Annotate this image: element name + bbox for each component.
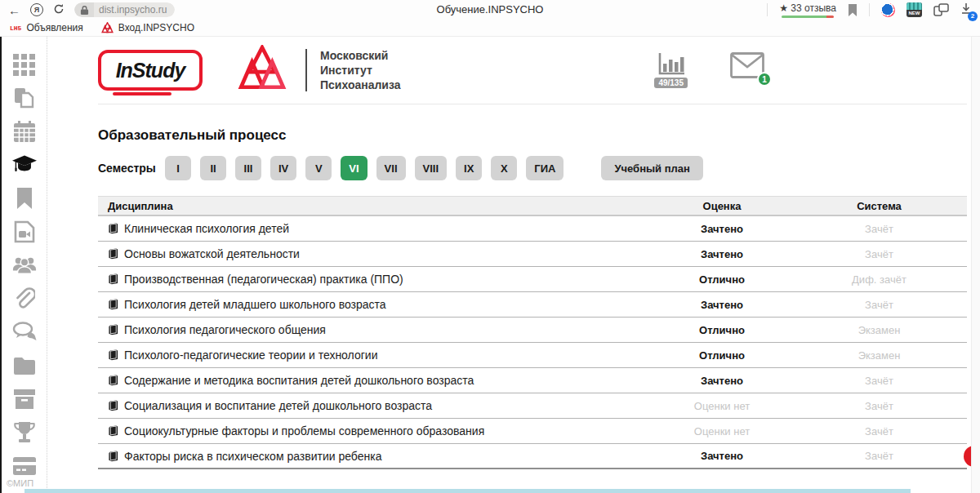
sidebar-documents-icon[interactable] xyxy=(12,87,37,109)
semester-tab-VIII[interactable]: VIII xyxy=(415,156,448,180)
sidebar-messages-icon[interactable] xyxy=(12,321,37,344)
discipline-name: Социокультурные факторы и проблемы совре… xyxy=(124,424,484,437)
discipline-name: Производственная (педагогическая) практи… xyxy=(124,273,403,286)
semester-tab-ГИА[interactable]: ГИА xyxy=(526,156,564,180)
table-row[interactable]: Производственная (педагогическая) практи… xyxy=(98,267,967,292)
page-title: Образовательный процесс xyxy=(98,127,967,144)
sidebar-calendar-icon[interactable] xyxy=(12,120,37,143)
discipline-name: Психология педагогического общения xyxy=(124,323,326,336)
book-icon xyxy=(108,400,118,411)
table-row[interactable]: Психология детей младшего школьного возр… xyxy=(98,292,967,318)
discipline-name: Социализация и воспитание детей дошкольн… xyxy=(124,399,432,412)
mail-unread-badge: 1 xyxy=(757,72,772,87)
extension-round-icon[interactable] xyxy=(881,3,895,17)
bookmark-label: Вход.INPSYCHO xyxy=(118,22,194,33)
sidebar-awards-icon[interactable] xyxy=(12,421,37,444)
lock-icon[interactable] xyxy=(74,2,94,17)
discipline-name: Психолого-педагогические теории и технол… xyxy=(124,349,377,362)
column-header-system: Система xyxy=(791,200,967,212)
extension-new-icon[interactable]: NEW xyxy=(906,2,922,17)
grade-value: Отлично xyxy=(653,324,791,336)
grade-value: Оценки нет xyxy=(653,400,791,412)
table-header-row: Дисциплина Оценка Система xyxy=(98,196,967,216)
logo-divider xyxy=(305,49,307,91)
downloads-button[interactable]: 2 xyxy=(960,2,972,18)
bookmark-item-ads[interactable]: LH5 Объявления xyxy=(10,22,83,33)
system-value: Зачёт xyxy=(791,375,967,387)
semester-tab-I[interactable]: I xyxy=(165,156,191,180)
semester-tab-III[interactable]: III xyxy=(235,156,261,180)
semester-tab-VII[interactable]: VII xyxy=(376,156,406,180)
grade-value: Зачтено xyxy=(653,450,791,462)
table-row[interactable]: Социокультурные факторы и проблемы совре… xyxy=(98,419,967,444)
discipline-name: Содержание и методика воспитания детей д… xyxy=(124,374,474,387)
semester-tab-IX[interactable]: IX xyxy=(456,156,482,180)
grade-value: Зачтено xyxy=(653,299,791,311)
column-header-discipline: Дисциплина xyxy=(98,200,653,212)
reviews-rating-bar xyxy=(782,16,834,18)
reload-button[interactable] xyxy=(53,3,65,16)
sidebar-folder-icon[interactable] xyxy=(12,354,37,377)
toolbar-separator xyxy=(767,3,768,16)
site-reviews-button[interactable]: ★ 33 отзыва xyxy=(779,2,836,18)
back-button[interactable]: ← xyxy=(8,4,20,16)
yandex-button[interactable]: Я xyxy=(30,3,43,16)
app-window: ©МИП InStudy Московский Институт Психоан… xyxy=(0,37,980,493)
grade-value: Зачтено xyxy=(653,375,791,387)
table-row[interactable]: Психолого-педагогические теории и технол… xyxy=(98,343,967,368)
table-row[interactable]: Психология педагогического общения Отлич… xyxy=(98,318,967,343)
bookmark-flag-icon[interactable] xyxy=(848,4,858,16)
institute-line: Институт xyxy=(320,63,401,78)
sidebar-dashboard-grid-icon[interactable] xyxy=(12,53,37,76)
address-bar[interactable]: dist.inpsycho.ru xyxy=(74,2,175,17)
sidebar-education-icon[interactable] xyxy=(12,153,37,176)
sidebar-archive-icon[interactable] xyxy=(12,388,37,411)
sidebar-attachments-icon[interactable] xyxy=(12,287,37,310)
discipline-name: Факторы риска в психическом развитии реб… xyxy=(124,450,381,463)
book-icon xyxy=(108,223,118,234)
table-row[interactable]: Содержание и методика воспитания детей д… xyxy=(98,368,967,393)
grade-value: Зачтено xyxy=(653,248,791,260)
table-row[interactable]: Социализация и воспитание детей дошкольн… xyxy=(98,393,967,419)
semester-tab-X[interactable]: X xyxy=(491,156,517,180)
sidebar-people-icon[interactable] xyxy=(12,254,37,277)
sidebar-card-icon[interactable] xyxy=(12,455,37,477)
discipline-name: Психология детей младшего школьного возр… xyxy=(124,298,386,311)
bar-chart-icon xyxy=(657,52,686,77)
book-icon xyxy=(108,273,118,285)
browser-chrome: ← Я dist.inpsycho.ru Обучение.INPSYCHO ★… xyxy=(0,0,980,37)
url-text[interactable]: dist.inpsycho.ru xyxy=(94,2,175,17)
system-value: Зачёт xyxy=(791,450,967,462)
table-row[interactable]: Факторы риска в психическом развитии реб… xyxy=(98,444,967,469)
bookmarks-bar: LH5 Объявления Вход.INPSYCHO xyxy=(0,20,980,37)
sidebar-media-icon[interactable] xyxy=(12,220,37,243)
mail-button[interactable]: 1 xyxy=(730,52,764,82)
grade-value: Отлично xyxy=(653,273,791,286)
curriculum-plan-button[interactable]: Учебный план xyxy=(601,156,702,180)
app-header: InStudy Московский Институт Психоанализа… xyxy=(98,47,967,94)
table-row[interactable]: Клиническая психология детей Зачтено Зач… xyxy=(98,216,967,242)
browser-toolbar: ← Я dist.inpsycho.ru Обучение.INPSYCHO ★… xyxy=(0,0,980,20)
bookmark-favicon: LH5 xyxy=(10,24,21,32)
semester-tab-VI[interactable]: VI xyxy=(341,156,367,180)
table-row[interactable]: Основы вожатской деятельности Зачтено За… xyxy=(98,242,967,267)
column-header-grade: Оценка xyxy=(653,200,791,212)
toolbar-separator xyxy=(869,3,870,16)
system-value: Экзамен xyxy=(791,349,967,362)
progress-stats-button[interactable]: 49/135 xyxy=(654,52,688,88)
extensions-menu-icon[interactable] xyxy=(933,3,949,16)
grade-value: Зачтено xyxy=(653,223,791,235)
system-value: Зачёт xyxy=(791,425,967,437)
main-content: InStudy Московский Институт Психоанализа… xyxy=(49,37,970,493)
grade-value: Отлично xyxy=(653,349,791,362)
copyright-label: ©МИП xyxy=(7,478,33,488)
institute-line: Психоанализа xyxy=(320,78,401,92)
semester-tab-V[interactable]: V xyxy=(305,156,332,180)
book-icon xyxy=(108,324,118,335)
disciplines-table: Дисциплина Оценка Система Клиническая пс… xyxy=(98,196,967,469)
semester-tab-II[interactable]: II xyxy=(200,156,226,180)
sidebar-bookmark-icon[interactable] xyxy=(12,187,37,210)
bookmark-item-inpsycho[interactable]: Вход.INPSYCHO xyxy=(101,22,194,33)
semester-tab-IV[interactable]: IV xyxy=(270,156,296,180)
page-scrollbar[interactable] xyxy=(971,37,980,493)
